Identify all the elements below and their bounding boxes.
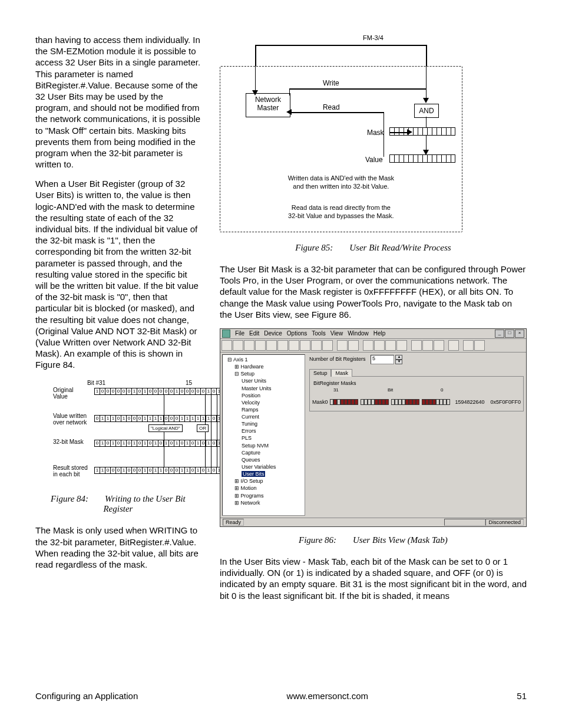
figure-86-screenshot: File Edit Device Options Tools View Wind…	[220, 328, 527, 527]
menu-file[interactable]: File	[235, 330, 244, 337]
tree-item[interactable]: PLS	[224, 434, 303, 442]
menu-tools[interactable]: Tools	[312, 330, 325, 337]
status-bar: Ready Disconnected	[220, 518, 526, 526]
menu-device[interactable]: Device	[264, 330, 282, 337]
toolbar-button[interactable]	[322, 340, 333, 351]
paragraph: The Mask is only used when WRITING to th…	[35, 525, 201, 570]
toolbar-button[interactable]	[411, 340, 422, 351]
toolbar-button[interactable]	[374, 340, 385, 351]
tab-mask[interactable]: Mask	[331, 369, 352, 377]
maximize-button[interactable]: □	[505, 330, 514, 338]
mask-decimal: 1594822640	[455, 399, 484, 405]
figure-85: FM-3/4 Network Master Write Read AND	[220, 34, 527, 235]
menu-view[interactable]: View	[330, 330, 343, 337]
toolbar-button[interactable]	[233, 340, 243, 351]
figure-caption: Figure 85:User Bit Read/Write Process	[220, 243, 527, 253]
tree-item[interactable]: Errors	[224, 427, 303, 434]
toolbar-button[interactable]	[463, 340, 474, 351]
desc-read: Read data is read directly from the 32-b…	[241, 204, 441, 220]
numreg-label: Number of Bit Registers	[309, 356, 366, 362]
logical-and-label: "Logical AND"	[148, 424, 183, 432]
toolbar	[220, 339, 526, 353]
bit15-label: 15	[186, 380, 192, 386]
status-ready: Ready	[223, 519, 244, 526]
tree-item[interactable]: User Variables	[224, 463, 303, 470]
status-disconnected: Disconnected	[485, 519, 524, 526]
mask-bits[interactable]	[330, 399, 450, 405]
menu-edit[interactable]: Edit	[249, 330, 259, 337]
or-label: OR	[197, 424, 209, 432]
tree-item[interactable]: Queues	[224, 456, 303, 463]
toolbar-button[interactable]	[363, 340, 373, 351]
tree-item[interactable]: Tuning	[224, 420, 303, 427]
main-panel: Number of Bit Registers 5 ▲▼ SetupMask B…	[307, 353, 526, 518]
toolbar-button[interactable]	[385, 340, 396, 351]
toolbar-button[interactable]	[434, 340, 444, 351]
toolbar-button[interactable]	[255, 340, 266, 351]
toolbar-button[interactable]	[266, 340, 277, 351]
spin-buttons[interactable]: ▲▼	[395, 355, 402, 364]
tree-item[interactable]: Capture	[224, 449, 303, 456]
figure-caption: Figure 84:Writing to the User Bit Regist…	[35, 494, 201, 514]
tree-selected[interactable]: User Bits	[242, 471, 266, 477]
bitregister-masks-group: BitRegister Masks 31 Bit 0 Mask0 1594822…	[309, 376, 524, 411]
toolbar-button[interactable]	[277, 340, 288, 351]
mask0-label: Mask0	[312, 399, 328, 405]
menubar: File Edit Device Options Tools View Wind…	[220, 329, 526, 339]
numreg-input[interactable]: 5	[371, 355, 394, 364]
toolbar-button[interactable]	[311, 340, 322, 351]
paragraph: In the User Bits view - Mask Tab, each b…	[220, 556, 527, 601]
menu-help[interactable]: Help	[373, 330, 386, 337]
fm-label: FM-3/4	[363, 34, 384, 41]
bit31-label: Bit #31	[87, 380, 105, 386]
toolbar-button[interactable]	[422, 340, 433, 351]
tree-item[interactable]: Ramps	[224, 406, 303, 413]
value-label: Value	[365, 156, 383, 164]
menu-window[interactable]: Window	[348, 330, 369, 337]
paragraph: than having to access them individually.…	[35, 34, 201, 170]
write-label: Write	[323, 79, 339, 87]
page-footer: Configuring an Application www.emersonct…	[35, 691, 527, 701]
tree-item[interactable]: Master Units	[224, 385, 303, 392]
tree-item[interactable]: User Units	[224, 377, 303, 384]
paragraph: When a User Bit Register (group of 32 Us…	[35, 178, 201, 370]
footer-left: Configuring an Application	[35, 691, 138, 701]
toolbar-button[interactable]	[289, 340, 299, 351]
footer-center: www.emersonct.com	[287, 691, 368, 701]
read-label: Read	[323, 103, 340, 111]
nav-tree[interactable]: ⊟ Axis 1 ⊞ Hardware ⊟ Setup User UnitsMa…	[222, 354, 305, 516]
and-box: AND	[414, 104, 439, 118]
desc-write: Written data is AND'ed with the Mask and…	[241, 174, 441, 191]
figure-caption: Figure 86:User Bits View (Mask Tab)	[220, 535, 527, 545]
toolbar-button[interactable]	[337, 340, 348, 351]
toolbar-button[interactable]	[244, 340, 254, 351]
figure-84: Bit #31 15 0 Original Value Value writte…	[35, 380, 201, 486]
toolbar-button[interactable]	[222, 340, 232, 351]
toolbar-button[interactable]	[348, 340, 359, 351]
minimize-button[interactable]: _	[495, 330, 504, 338]
tree-item[interactable]: Current	[224, 413, 303, 420]
toolbar-button[interactable]	[448, 340, 459, 351]
toolbar-button[interactable]	[396, 340, 407, 351]
footer-right: 51	[517, 691, 527, 701]
tab-setup[interactable]: Setup	[309, 369, 332, 377]
tree-item[interactable]: Velocity	[224, 399, 303, 406]
toolbar-button[interactable]	[474, 340, 485, 351]
paragraph: The User Bit Mask is a 32-bit parameter …	[220, 263, 527, 320]
toolbar-button[interactable]	[300, 340, 310, 351]
app-icon	[222, 330, 230, 338]
mask-label: Mask	[367, 129, 384, 137]
network-master-box: Network Master	[246, 93, 290, 117]
menu-options[interactable]: Options	[287, 330, 307, 337]
tree-item[interactable]: Position	[224, 392, 303, 399]
close-button[interactable]: ×	[515, 330, 524, 338]
tree-item[interactable]: Setup NVM	[224, 442, 303, 449]
mask-hex: 0x5F0F0FF0	[490, 399, 521, 405]
